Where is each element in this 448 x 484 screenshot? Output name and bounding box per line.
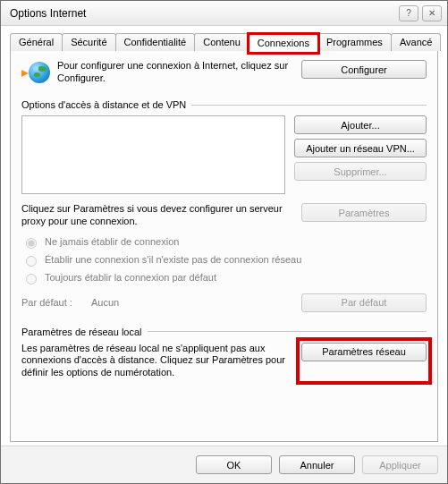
cancel-button[interactable]: Annuler [279,455,355,474]
add-vpn-button[interactable]: Ajouter un réseau VPN... [294,139,427,157]
ok-button[interactable]: OK [196,455,272,474]
help-button[interactable]: ? [399,5,418,21]
dialup-vpn-header: Options d'accès à distance et de VPN [21,99,427,110]
dialog-footer: OK Annuler Appliquer [1,446,447,483]
apply-button: Appliquer [362,455,438,474]
tab-advanced[interactable]: Avancé [391,33,442,51]
tab-programs[interactable]: Programmes [317,33,392,51]
remove-button: Supprimer... [294,162,427,181]
default-label: Par défaut : [21,297,91,308]
lan-text: Les paramètres de réseau local ne s'appl… [21,343,301,379]
radio-never-dial-input [26,238,37,249]
default-connection-row: Par défaut : Aucun Par défaut [21,293,427,312]
tab-connections[interactable]: Connexions [249,34,318,52]
connections-buttons: Ajouter... Ajouter un réseau VPN... Supp… [294,115,427,194]
connection-settings-button: Paramètres [301,203,427,222]
configure-button[interactable]: Configurer [301,60,427,79]
window-title: Options Internet [6,7,395,20]
internet-options-dialog: Options Internet ? ✕ Général Sécurité Co… [0,0,448,484]
lan-header: Paramètres de réseau local [21,327,427,337]
connections-panel: Pour configurer une connexion à Internet… [10,50,438,442]
radio-never-dial: Ne jamais établir de connexion [21,235,427,249]
tab-privacy[interactable]: Confidentialité [115,33,196,51]
radio-dial-if-none: Établir une connexion s'il n'existe pas … [21,253,427,267]
connections-listbox[interactable] [21,115,285,194]
dialup-vpn-row: Ajouter... Ajouter un réseau VPN... Supp… [21,115,427,194]
lan-settings-highlight: Paramètres réseau [301,343,427,379]
proxy-row: Cliquez sur Paramètres si vous devez con… [21,203,427,228]
dial-mode-radios: Ne jamais établir de connexion Établir u… [21,235,427,284]
set-default-button: Par défaut [301,293,427,312]
lan-settings-button[interactable]: Paramètres réseau [301,343,427,361]
radio-always-dial-input [26,274,37,284]
tab-strip: Général Sécurité Confidentialité Contenu… [10,33,438,51]
tab-general[interactable]: Général [10,33,63,51]
setup-text: Pour configurer une connexion à Internet… [57,60,301,85]
titlebar: Options Internet ? ✕ [1,1,447,26]
setup-row: Pour configurer une connexion à Internet… [21,60,427,89]
proxy-text: Cliquez sur Paramètres si vous devez con… [21,203,301,228]
globe-arrow-icon [21,60,50,89]
content-area: Général Sécurité Confidentialité Contenu… [1,26,447,446]
tab-content[interactable]: Contenu [194,33,249,51]
radio-dial-if-none-input [26,256,37,267]
default-value: Aucun [91,297,301,308]
add-button[interactable]: Ajouter... [294,115,427,134]
lan-row: Les paramètres de réseau local ne s'appl… [21,343,427,379]
close-button[interactable]: ✕ [422,5,442,21]
radio-always-dial: Toujours établir la connexion par défaut [21,271,427,284]
tab-security[interactable]: Sécurité [62,33,115,51]
